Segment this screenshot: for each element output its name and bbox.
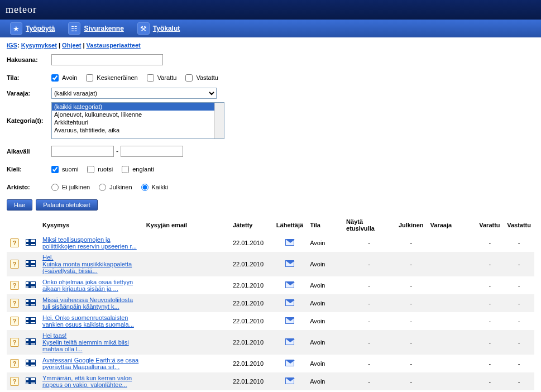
th-email: Kysyjän email	[143, 216, 229, 234]
th-lahettaja: Lähettäjä	[273, 216, 307, 234]
flag-fi-icon	[26, 239, 36, 246]
cat-arkkitehtuuri[interactable]: Arkkitehtuuri	[52, 118, 214, 126]
mail-icon[interactable]	[285, 338, 294, 345]
date-from[interactable]	[51, 146, 114, 157]
cell-tila: Avoin	[307, 312, 343, 330]
cell-tila: Avoin	[307, 276, 343, 294]
th-julkinen: Julkinen	[395, 216, 427, 234]
mail-icon[interactable]	[285, 239, 294, 246]
question-icon: ?	[10, 238, 19, 247]
nav-desktop-label[interactable]: Työpöytä	[26, 25, 55, 32]
chk-vastattu[interactable]	[185, 74, 193, 82]
cell-jatetty: 22.01.2010	[229, 330, 273, 355]
label-arkisto: Arkisto:	[7, 184, 51, 190]
flag-fi-icon	[26, 281, 36, 288]
cell-jatetty: 22.01.2010	[229, 276, 273, 294]
cat-avaruus[interactable]: Avaruus, tähtitiede, aika	[52, 126, 214, 134]
question-link[interactable]: Missä vaiheessa Neuvostoliitosta tuli si…	[42, 297, 133, 310]
question-link[interactable]: Miksi teollisuspomojen ja poliittikkojen…	[42, 236, 137, 250]
date-to[interactable]	[121, 146, 183, 157]
question-icon: ?	[10, 359, 19, 368]
mail-icon[interactable]	[285, 260, 294, 267]
bc-ohjeet[interactable]: Ohjeet	[62, 42, 81, 49]
flag-fi-icon	[26, 299, 36, 306]
tools-icon: ⚒	[137, 22, 150, 35]
bc-igs[interactable]: iGS	[7, 42, 17, 49]
th-varaaja: Varaaja	[427, 216, 476, 234]
question-link[interactable]: Hei,Kuinka monta musiikkikappaletta (=sä…	[42, 254, 132, 274]
question-icon: ?	[10, 338, 19, 347]
label-hakusana: Hakusana:	[7, 56, 51, 63]
question-link[interactable]: Onko ohjelmaa joka osaa tiettyyn aikaan …	[42, 279, 133, 292]
cell-jatetty: 22.01.2010	[229, 252, 273, 276]
table-row: ?Avatessani Google Earth:ä se osaa pyörä…	[7, 355, 534, 372]
flag-fi-icon	[26, 260, 36, 267]
th-jatetty: Jätetty	[229, 216, 273, 234]
flag-fi-icon	[26, 338, 36, 345]
table-row: ?Ymmärrän, että kun kerran valon nopeus …	[7, 372, 534, 390]
question-link[interactable]: Hei taas!Kyselin teiltä aiemmin mikä bii…	[42, 332, 129, 352]
cell-jatetty: 22.01.2010	[229, 372, 273, 390]
chk-avoin[interactable]	[51, 74, 59, 82]
nav-structure-label[interactable]: Sivurakenne	[84, 25, 123, 32]
label-kategoria: Kategoria(t):	[7, 117, 51, 124]
table-row: ?Missä vaiheessa Neuvostoliitosta tuli s…	[7, 294, 534, 312]
cell-tila: Avoin	[307, 355, 343, 372]
date-sep: -	[116, 147, 118, 155]
question-link[interactable]: Avatessani Google Earth:ä se osaa pyöräy…	[42, 357, 138, 370]
listbox-kategoria[interactable]: (kaikki kategoriat) Ajoneuvot, kulkuneuv…	[51, 102, 224, 139]
cell-jatetty: 22.01.2010	[229, 355, 273, 372]
mail-icon[interactable]	[285, 299, 294, 306]
nav-tools-label[interactable]: Työkalut	[153, 25, 180, 32]
cell-jatetty: 22.01.2010	[229, 234, 273, 252]
chk-varattu[interactable]	[147, 74, 154, 82]
nav-desktop[interactable]: ★ Työpöytä	[4, 20, 60, 37]
radio-kaikki[interactable]	[141, 184, 149, 191]
th-tila: Tila	[307, 216, 343, 234]
search-button[interactable]: Hae	[7, 199, 32, 211]
cell-tila: Avoin	[307, 372, 343, 390]
cell-jatetty: 22.01.2010	[229, 294, 273, 312]
mail-icon[interactable]	[285, 360, 294, 366]
star-icon: ★	[10, 22, 22, 35]
scrollbar[interactable]	[214, 103, 224, 138]
table-row: ?Hei. Onko suomenruotsalaisten vankien o…	[7, 312, 534, 330]
nav-tools[interactable]: ⚒ Työkalut	[132, 20, 185, 37]
reset-button[interactable]: Palauta oletukset	[36, 199, 97, 211]
search-input[interactable]	[51, 54, 163, 65]
flag-fi-icon	[26, 377, 36, 384]
bc-kysymykset[interactable]: Kysymykset	[21, 42, 57, 49]
question-link[interactable]: Hei. Onko suomenruotsalaisten vankien os…	[42, 314, 134, 328]
mail-icon[interactable]	[285, 377, 294, 384]
question-link[interactable]: Ymmärrän, että kun kerran valon nopeus o…	[42, 375, 132, 388]
chk-ruotsi[interactable]	[87, 166, 94, 173]
select-varaaja[interactable]: (kaikki varaajat)	[51, 88, 217, 99]
filter-form: Hakusana: Tila: Avoin Keskeneräinen Vara…	[7, 53, 534, 194]
nav-structure[interactable]: ☷ Sivurakenne	[63, 20, 129, 37]
chk-suomi[interactable]	[51, 166, 59, 173]
cell-tila: Avoin	[307, 234, 343, 252]
cat-ajoneuvot[interactable]: Ajoneuvot, kulkuneuvot, liikenne	[52, 111, 214, 118]
radio-julkinen[interactable]	[99, 184, 106, 191]
chk-kesken[interactable]	[86, 74, 93, 82]
cat-all[interactable]: (kaikki kategoriat)	[52, 103, 214, 111]
cell-tila: Avoin	[307, 252, 343, 276]
table-row: ?Onko ohjelmaa joka osaa tiettyyn aikaan…	[7, 276, 534, 294]
mail-icon[interactable]	[285, 281, 294, 288]
label-aikavali: Aikaväli	[7, 148, 51, 155]
radio-eijulkinen[interactable]	[51, 184, 59, 191]
chk-englanti[interactable]	[122, 166, 129, 173]
tree-icon: ☷	[68, 22, 80, 35]
flag-fi-icon	[26, 317, 36, 324]
breadcrumb: iGS: Kysymykset | Ohjeet | Vastausperiaa…	[7, 42, 534, 49]
th-nayta: Näytä etusivulla	[343, 216, 395, 234]
mail-icon[interactable]	[285, 317, 294, 324]
content-area: iGS: Kysymykset | Ohjeet | Vastausperiaa…	[0, 37, 541, 392]
app-logo: meteor	[6, 4, 37, 16]
bc-vastaus[interactable]: Vastausperiaatteet	[87, 42, 141, 49]
flag-fi-icon	[26, 360, 36, 366]
label-kieli: Kieli:	[7, 166, 51, 173]
cell-jatetty: 22.01.2010	[229, 312, 273, 330]
th-vastattu: Vastattu	[504, 216, 534, 234]
label-varaaja: Varaaja:	[7, 90, 51, 97]
